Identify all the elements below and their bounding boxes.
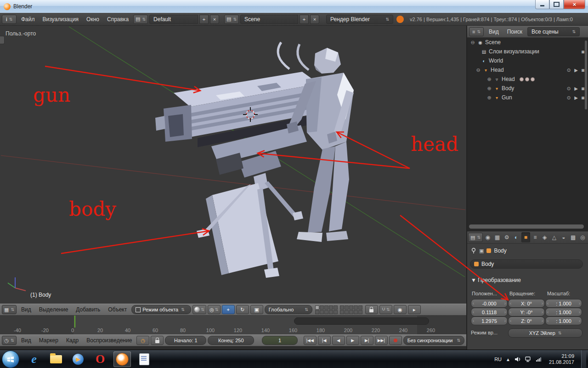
- tab-modifiers[interactable]: [540, 232, 549, 242]
- timeline-scrollbar[interactable]: [294, 317, 429, 325]
- render-toggle-icon[interactable]: [582, 49, 584, 54]
- menu-add[interactable]: Добавить: [73, 305, 103, 314]
- maximize-button[interactable]: [549, 0, 564, 9]
- menu-help[interactable]: Справка: [104, 15, 132, 23]
- menu-view[interactable]: Вид: [486, 28, 502, 36]
- scene-field[interactable]: Scene: [240, 15, 298, 24]
- av-sync-dropdown[interactable]: Без синхронизации: [403, 336, 464, 345]
- editor-type-3dview-button[interactable]: [2, 305, 17, 314]
- delete-scene-button[interactable]: [310, 15, 319, 24]
- taskbar-notepad-icon[interactable]: [136, 351, 153, 367]
- network-icon[interactable]: [525, 356, 531, 362]
- signal-bars-icon[interactable]: [536, 356, 542, 362]
- delete-layout-button[interactable]: [210, 15, 219, 24]
- outliner-item-world[interactable]: World: [467, 56, 588, 65]
- rotation-y-field[interactable]: Y: -0°: [508, 308, 545, 316]
- screen-layout-browse-button[interactable]: [133, 15, 148, 24]
- menu-view[interactable]: Вид: [18, 305, 34, 314]
- rotation-x-field[interactable]: X: 0°: [508, 299, 545, 308]
- tab-scene[interactable]: [502, 232, 511, 242]
- menu-object[interactable]: Объект: [105, 305, 130, 314]
- tab-object[interactable]: [521, 232, 531, 242]
- expand-icon[interactable]: [486, 86, 492, 92]
- tab-constraints[interactable]: [531, 232, 540, 242]
- rotation-z-field[interactable]: Z: 0°: [508, 316, 545, 325]
- taskbar-mediaplayer-icon[interactable]: ▶: [69, 351, 87, 367]
- lock-to-scene-button[interactable]: [365, 305, 378, 314]
- pin-icon[interactable]: [471, 247, 476, 254]
- current-frame-marker[interactable]: [74, 316, 75, 328]
- manipulator-rotate-button[interactable]: [236, 305, 249, 314]
- manipulator-translate-button[interactable]: [222, 305, 235, 314]
- menu-frame[interactable]: Кадр: [63, 336, 82, 345]
- menu-playback[interactable]: Воспроизведение: [83, 336, 135, 345]
- scale-x-field[interactable]: : 1.000: [545, 299, 582, 308]
- window-titlebar[interactable]: Blender ×: [0, 0, 588, 13]
- opengl-render-button[interactable]: [394, 305, 407, 314]
- visibility-toggle-icon[interactable]: [567, 86, 571, 91]
- editor-type-timeline-button[interactable]: [2, 336, 17, 345]
- jump-to-next-keyframe-button[interactable]: ▶|: [361, 336, 373, 345]
- add-scene-button[interactable]: [300, 15, 309, 24]
- renderability-toggle-icon[interactable]: [582, 86, 584, 91]
- location-y-field[interactable]: 0.1118: [471, 308, 508, 316]
- snap-dropdown[interactable]: ∩: [379, 305, 392, 314]
- visibility-toggle-icon[interactable]: [567, 95, 571, 100]
- outliner-item-head-mesh[interactable]: Head: [467, 75, 588, 84]
- menu-render[interactable]: Визуализация: [40, 15, 82, 23]
- rotation-mode-dropdown[interactable]: XYZ Эйлер: [508, 328, 582, 338]
- screen-layout-field[interactable]: Default: [149, 15, 198, 24]
- editor-type-outliner-button[interactable]: [469, 27, 484, 36]
- lock-frame-button[interactable]: [151, 336, 164, 345]
- record-button[interactable]: [389, 336, 402, 345]
- outliner-item-gun[interactable]: Gun: [467, 93, 588, 102]
- outliner-filter-dropdown[interactable]: Все сцены: [527, 27, 580, 36]
- context-browse-icon[interactable]: [479, 248, 484, 254]
- expand-icon[interactable]: [486, 76, 492, 82]
- layers-widget[interactable]: [315, 305, 362, 314]
- object-name-field[interactable]: Body: [470, 259, 583, 269]
- location-x-field[interactable]: -0.000: [471, 299, 508, 308]
- current-frame-field[interactable]: 1: [262, 336, 297, 345]
- collapse-icon[interactable]: [470, 40, 475, 46]
- jump-to-start-button[interactable]: |◀◀: [304, 336, 317, 345]
- manipulator-scale-button[interactable]: [250, 305, 263, 314]
- tab-render-layers[interactable]: [493, 232, 502, 242]
- show-desktop-button[interactable]: [581, 350, 586, 368]
- taskbar-clock[interactable]: 21:09 21.08.2017: [549, 353, 574, 365]
- location-z-field[interactable]: 1.2975: [471, 316, 508, 325]
- renderability-toggle-icon[interactable]: [582, 95, 584, 100]
- hidden-icons-button[interactable]: [506, 357, 510, 362]
- transform-orientation-dropdown[interactable]: Глобально: [265, 305, 312, 314]
- 3d-viewport[interactable]: Польз.-орто (1) Body: [0, 26, 466, 304]
- collapse-icon[interactable]: [475, 67, 481, 73]
- minimize-button[interactable]: [535, 0, 549, 9]
- mode-dropdown[interactable]: Режим объекта: [131, 305, 191, 314]
- outliner-vertical-scrollbar[interactable]: [585, 40, 587, 109]
- menu-file[interactable]: Файл: [18, 15, 38, 23]
- menu-marker[interactable]: Маркер: [36, 336, 62, 345]
- jump-to-end-button[interactable]: ▶▶|: [375, 336, 388, 345]
- menu-window[interactable]: Окно: [83, 15, 102, 23]
- tab-render[interactable]: [483, 232, 492, 242]
- expand-icon[interactable]: [486, 95, 492, 101]
- editor-type-info-button[interactable]: [2, 15, 17, 24]
- tab-physics[interactable]: [578, 232, 587, 242]
- tab-world[interactable]: [512, 232, 521, 242]
- play-button[interactable]: ▶: [346, 336, 359, 345]
- opengl-render-anim-button[interactable]: [408, 305, 421, 314]
- selectability-toggle-icon[interactable]: [574, 95, 578, 100]
- outliner-item-renderlayers[interactable]: Слои визуализации: [467, 47, 588, 56]
- scene-browse-button[interactable]: [224, 15, 239, 24]
- taskbar-ie-icon[interactable]: e: [25, 351, 43, 367]
- close-button[interactable]: ×: [564, 0, 585, 9]
- tab-material[interactable]: [559, 232, 568, 242]
- tab-texture[interactable]: [569, 232, 578, 242]
- region-splitter-handle[interactable]: [0, 36, 5, 44]
- outliner-item-scene[interactable]: Scene: [467, 38, 588, 47]
- outliner-item-body[interactable]: Body: [467, 84, 588, 93]
- pivot-point-dropdown[interactable]: [208, 305, 220, 314]
- transform-section-header[interactable]: ▼ Преобразование: [471, 277, 521, 283]
- taskbar-explorer-icon[interactable]: [47, 351, 65, 367]
- tab-object-data[interactable]: [549, 232, 559, 242]
